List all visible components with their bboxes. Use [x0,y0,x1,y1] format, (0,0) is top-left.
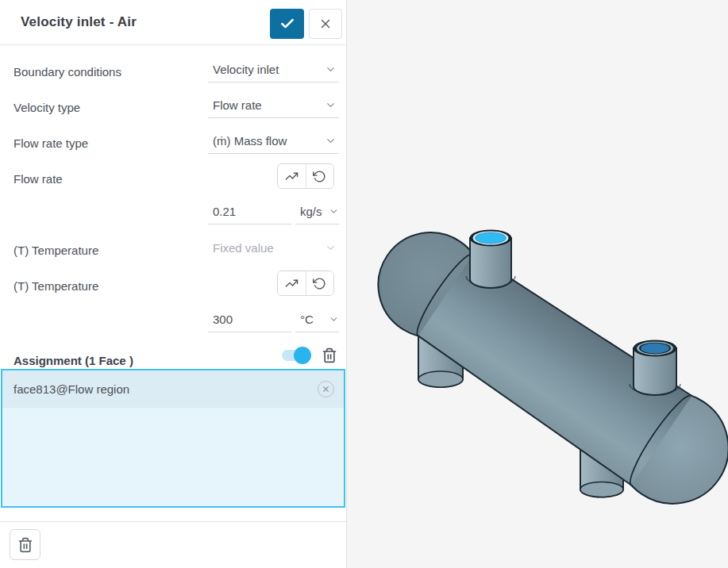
assignment-toggle[interactable] [282,350,310,361]
toggle-knob [294,347,311,364]
close-icon [318,17,333,31]
chevron-down-icon [325,135,337,147]
temperature-value: 300 [213,313,233,326]
flow-rate-value: 0.21 [213,205,236,218]
top-nozzle-inlet[interactable] [466,230,515,289]
delete-boundary-condition-button[interactable] [10,529,40,560]
undo-icon [313,170,326,183]
clear-assignment-button[interactable] [321,347,338,364]
selected-inlet-face[interactable] [476,232,507,244]
3d-viewport[interactable] [347,0,728,568]
top-nozzle-outlet[interactable] [630,340,680,396]
temperature-label: (T) Temperature [13,279,98,293]
temperature-mode-label: (T) Temperature [13,244,98,257]
panel-footer [0,521,346,568]
temperature-value-input[interactable]: 300 [208,307,291,332]
chevron-down-icon [325,99,337,111]
table-input-button[interactable] [278,164,306,188]
temperature-unit-select[interactable]: °C [295,307,339,332]
confirm-button[interactable] [270,9,304,39]
flow-rate-value-input[interactable]: 0.21 [208,199,291,225]
trend-chart-icon [285,170,299,183]
velocity-type-label: Velocity type [13,101,80,114]
flow-rate-label: Flow rate [13,172,63,186]
close-icon [322,385,330,393]
trend-chart-icon [285,277,299,290]
simulation-app: Velocity inlet - Air Boundary conditions… [0,0,728,568]
undo-icon [313,277,326,290]
velocity-type-select[interactable]: Flow rate [208,93,339,118]
boundary-conditions-label: Boundary conditions [13,65,121,79]
temperature-unit: °C [300,313,314,326]
flow-rate-unit: kg/s [300,205,322,218]
boundary-conditions-select[interactable]: Velocity inlet [208,57,339,83]
temperature-input-mode-buttons [277,271,334,296]
assigned-outlet-face[interactable] [641,343,669,354]
flow-rate-type-select[interactable]: (ṁ) Mass flow [208,129,339,154]
assignment-label: Assignment (1 Face ) [13,354,133,367]
assigned-face-name: face813@Flow region [13,382,129,396]
heat-exchanger-model [347,0,728,568]
trash-icon [322,347,337,363]
boundary-condition-panel: Velocity inlet - Air Boundary conditions… [0,0,347,568]
boundary-conditions-value: Velocity inlet [213,63,279,76]
velocity-type-value: Flow rate [213,98,262,112]
assignment-list[interactable]: face813@Flow region [1,369,345,508]
chevron-down-icon [325,242,337,254]
check-icon [279,16,295,32]
chevron-down-icon [329,206,339,217]
assigned-face-item[interactable]: face813@Flow region [2,370,344,408]
chevron-down-icon [325,63,337,75]
panel-header: Velocity inlet - Air [0,0,346,45]
flow-rate-type-label: Flow rate type [13,136,88,150]
flow-rate-input-mode-buttons [277,163,334,189]
flow-rate-type-value: (ṁ) Mass flow [213,134,287,148]
flow-rate-unit-select[interactable]: kg/s [295,199,339,225]
chevron-down-icon [329,314,339,324]
reset-button[interactable] [306,271,334,295]
trash-icon [17,537,33,553]
close-button[interactable] [309,9,342,39]
panel-title: Velocity inlet - Air [21,14,137,30]
remove-face-button[interactable] [318,381,334,397]
temperature-mode-select: Fixed value [208,236,339,261]
reset-button[interactable] [306,164,334,188]
table-input-button[interactable] [278,271,306,295]
temperature-mode-value: Fixed value [213,241,274,255]
